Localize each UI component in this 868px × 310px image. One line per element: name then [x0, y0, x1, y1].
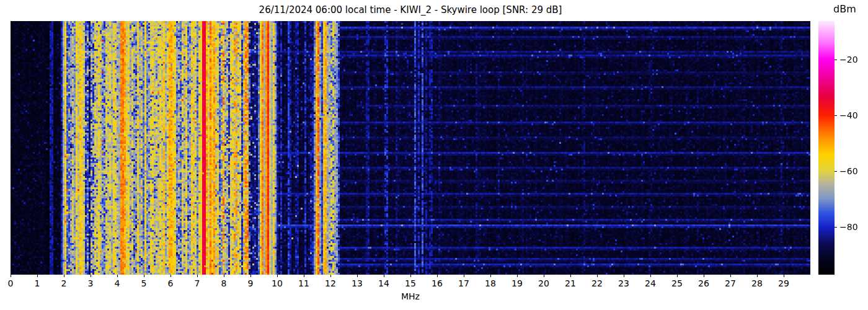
- x-tick-label: 3: [81, 278, 100, 288]
- x-tick-mark: [624, 275, 624, 277]
- x-tick-mark: [197, 275, 198, 277]
- x-tick-mark: [224, 275, 224, 277]
- x-tick-mark: [410, 275, 411, 277]
- x-tick-mark: [91, 275, 91, 277]
- x-tick-label: 25: [668, 278, 686, 288]
- x-tick-mark: [570, 275, 571, 277]
- x-tick-mark: [357, 275, 358, 277]
- x-tick-label: 18: [481, 278, 500, 288]
- x-tick-label: 15: [401, 278, 420, 288]
- x-tick-mark: [11, 275, 11, 277]
- colorbar-tick-label: −60: [839, 166, 864, 177]
- x-tick-label: 21: [561, 278, 580, 288]
- x-tick-label: 24: [641, 278, 660, 288]
- x-tick-mark: [330, 275, 331, 277]
- x-tick-label: 10: [268, 278, 286, 288]
- colorbar-tick-mark: [835, 227, 837, 228]
- x-tick-label: 19: [508, 278, 526, 288]
- x-tick-label: 20: [534, 278, 553, 288]
- x-tick-mark: [170, 275, 171, 277]
- x-tick-label: 7: [188, 278, 206, 288]
- x-tick-mark: [437, 275, 438, 277]
- x-tick-label: 12: [321, 278, 340, 288]
- x-tick-label: 4: [108, 278, 126, 288]
- x-tick-label: 17: [454, 278, 473, 288]
- x-tick-mark: [677, 275, 678, 277]
- x-tick-label: 6: [161, 278, 180, 288]
- x-axis-label: MHz: [392, 291, 429, 301]
- x-tick-mark: [704, 275, 704, 277]
- x-tick-mark: [144, 275, 144, 277]
- spectrogram-figure: 26/11/2024 06:00 local time - KIWI_2 - S…: [0, 0, 868, 310]
- x-tick-mark: [277, 275, 278, 277]
- colorbar-label: dBm: [833, 3, 856, 15]
- x-tick-mark: [650, 275, 651, 277]
- x-tick-mark: [730, 275, 731, 277]
- x-tick-label: 1: [28, 278, 46, 288]
- x-tick-label: 0: [1, 278, 20, 288]
- x-tick-label: 26: [694, 278, 713, 288]
- x-tick-mark: [304, 275, 304, 277]
- x-tick-label: 5: [135, 278, 153, 288]
- colorbar-tick-label: −40: [839, 110, 864, 122]
- x-tick-label: 28: [748, 278, 766, 288]
- x-tick-mark: [117, 275, 118, 277]
- x-tick-label: 13: [348, 278, 366, 288]
- x-tick-label: 23: [614, 278, 633, 288]
- x-tick-mark: [64, 275, 64, 277]
- x-tick-label: 14: [374, 278, 393, 288]
- x-tick-mark: [250, 275, 251, 277]
- x-tick-mark: [597, 275, 598, 277]
- x-tick-mark: [490, 275, 491, 277]
- colorbar-canvas: [818, 21, 835, 275]
- colorbar-tick-mark: [835, 115, 837, 116]
- x-tick-label: 9: [241, 278, 260, 288]
- x-tick-mark: [384, 275, 384, 277]
- colorbar-tick-label: −20: [839, 55, 864, 66]
- x-tick-label: 2: [55, 278, 73, 288]
- x-tick-label: 27: [721, 278, 740, 288]
- x-tick-mark: [784, 275, 784, 277]
- x-tick-mark: [757, 275, 758, 277]
- x-tick-label: 16: [428, 278, 446, 288]
- x-tick-mark: [464, 275, 464, 277]
- x-tick-mark: [544, 275, 544, 277]
- colorbar-tick-mark: [835, 171, 837, 172]
- x-tick-mark: [517, 275, 518, 277]
- x-tick-label: 22: [588, 278, 606, 288]
- colorbar-tick-mark: [835, 60, 837, 60]
- waterfall-plot: [11, 21, 810, 275]
- colorbar: [818, 21, 835, 275]
- x-tick-label: 29: [774, 278, 793, 288]
- x-tick-label: 8: [215, 278, 233, 288]
- x-tick-label: 11: [294, 278, 313, 288]
- x-tick-mark: [37, 275, 38, 277]
- figure-title: 26/11/2024 06:00 local time - KIWI_2 - S…: [11, 4, 810, 16]
- colorbar-tick-label: −80: [839, 222, 864, 233]
- waterfall-canvas: [11, 21, 810, 275]
